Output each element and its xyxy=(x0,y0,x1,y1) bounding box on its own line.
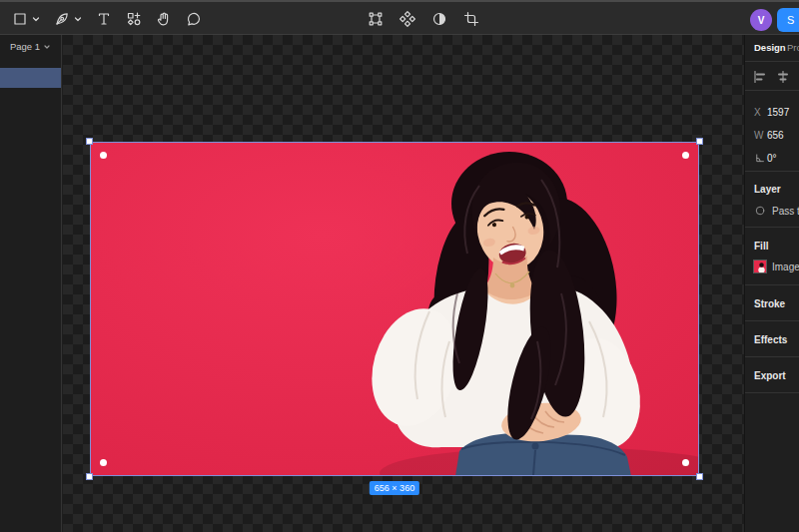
resize-handle-bottom-right[interactable] xyxy=(696,473,703,480)
resize-handle-top-left[interactable] xyxy=(86,138,93,145)
text-icon xyxy=(96,11,112,27)
rotation-angle-icon xyxy=(754,153,765,164)
comment-bubble-icon xyxy=(186,11,202,27)
shape-tool-dropdown[interactable] xyxy=(30,6,42,32)
blend-mode-selector[interactable]: Pass thro xyxy=(754,205,799,217)
align-horizontal-center-icon xyxy=(775,69,791,85)
layers-sidebar: Page 1 xyxy=(0,35,62,532)
text-tool-button[interactable] xyxy=(94,6,114,32)
page-selector[interactable]: Page 1 xyxy=(0,41,61,52)
align-left-button[interactable] xyxy=(750,66,770,88)
photo-laughing-woman xyxy=(90,142,699,476)
align-left-icon xyxy=(752,69,768,85)
selected-layer-row[interactable] xyxy=(0,68,61,88)
hand-icon xyxy=(156,11,172,27)
divider xyxy=(745,392,799,393)
image-fill-thumbnail xyxy=(754,261,766,272)
toolbar-center-group xyxy=(366,4,481,34)
corner-radius-handle-bottom-left[interactable] xyxy=(100,459,107,466)
width-field[interactable]: W 656 xyxy=(754,128,784,142)
x-label: X xyxy=(754,107,767,118)
pen-icon xyxy=(54,11,70,27)
assets-tool-button[interactable] xyxy=(124,6,144,32)
export-section-heading[interactable]: Export xyxy=(754,370,786,381)
tab-design[interactable]: Design xyxy=(754,42,786,53)
avatar[interactable]: V xyxy=(750,9,772,31)
rotation-field[interactable]: 0° xyxy=(754,151,777,165)
corner-radius-handle-top-left[interactable] xyxy=(100,152,107,159)
inspector-panel: Design Prot X 1597 W 656 0° xyxy=(744,35,799,532)
fill-type-label: Image xyxy=(772,262,799,272)
selection-size-badge: 656 × 360 xyxy=(370,481,419,495)
effects-section-heading[interactable]: Effects xyxy=(754,334,787,345)
pen-tool-button[interactable] xyxy=(52,6,72,32)
edit-object-button[interactable] xyxy=(366,6,386,32)
align-horizontal-center-button[interactable] xyxy=(773,66,793,88)
create-component-button[interactable] xyxy=(398,6,417,32)
shape-tool-button[interactable] xyxy=(10,6,30,32)
chevron-down-icon xyxy=(74,15,82,23)
corner-radius-handle-bottom-right[interactable] xyxy=(682,459,689,466)
divider xyxy=(745,227,799,228)
resize-handle-bottom-left[interactable] xyxy=(86,473,93,480)
toolbar-left-group xyxy=(10,4,204,34)
fill-section-heading: Fill xyxy=(754,241,768,252)
mask-icon xyxy=(431,11,447,27)
chevron-down-icon xyxy=(32,15,40,23)
divider xyxy=(745,90,799,91)
mask-button[interactable] xyxy=(429,6,449,32)
pen-tool-dropdown[interactable] xyxy=(72,6,84,32)
selected-image-frame[interactable]: 656 × 360 xyxy=(90,142,699,476)
top-toolbar: V S xyxy=(0,0,799,35)
comment-tool-button[interactable] xyxy=(184,6,204,32)
edit-object-icon xyxy=(368,11,384,27)
rectangle-icon xyxy=(12,11,28,27)
stroke-section-heading[interactable]: Stroke xyxy=(754,298,785,309)
width-value: 656 xyxy=(767,130,784,141)
design-app-window: V S Page 1 xyxy=(0,0,799,532)
crop-icon xyxy=(463,11,479,27)
share-button[interactable]: S xyxy=(777,8,799,32)
divider xyxy=(745,320,799,321)
alignment-row xyxy=(750,66,799,88)
layer-section-heading: Layer xyxy=(754,184,781,195)
crop-button[interactable] xyxy=(461,6,481,32)
x-position-field[interactable]: X 1597 xyxy=(754,105,789,119)
chevron-down-icon xyxy=(43,43,51,51)
canvas[interactable]: 656 × 360 xyxy=(63,35,744,532)
x-value: 1597 xyxy=(767,107,789,118)
resize-handle-top-right[interactable] xyxy=(696,138,703,145)
blend-mode-value: Pass thro xyxy=(772,206,799,217)
width-label: W xyxy=(754,130,767,141)
fill-image-row[interactable]: Image xyxy=(754,261,799,272)
divider xyxy=(745,284,799,285)
tab-prototype[interactable]: Prot xyxy=(787,42,799,53)
divider xyxy=(745,171,799,172)
blend-mode-icon xyxy=(754,205,766,217)
rotation-value: 0° xyxy=(767,153,777,164)
page-label: Page 1 xyxy=(10,41,40,52)
divider xyxy=(745,61,799,62)
divider xyxy=(745,356,799,357)
assets-icon xyxy=(126,11,142,27)
corner-radius-handle-top-right[interactable] xyxy=(682,152,689,159)
hand-tool-button[interactable] xyxy=(154,6,174,32)
component-icon xyxy=(400,11,415,27)
